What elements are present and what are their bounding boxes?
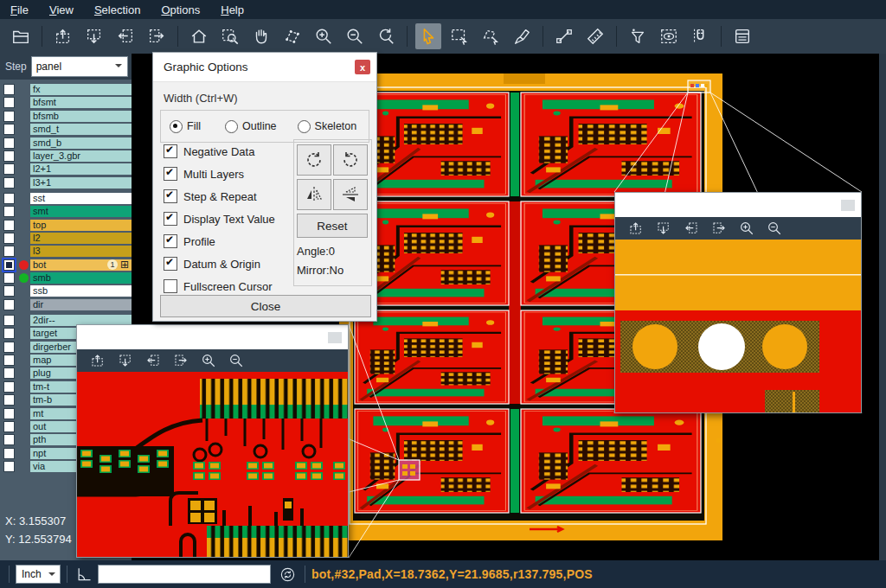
pan-left-icon[interactable] bbox=[143, 351, 164, 370]
layer-visibility-checkbox[interactable] bbox=[3, 193, 15, 204]
layer-row[interactable]: sst bbox=[0, 193, 132, 204]
open-file-icon[interactable] bbox=[8, 23, 34, 49]
layer-visibility-checkbox[interactable] bbox=[3, 461, 15, 472]
layer-name[interactable]: l2 bbox=[30, 233, 132, 244]
rotate-cw-icon[interactable] bbox=[297, 144, 331, 176]
pan-down-icon[interactable] bbox=[653, 219, 674, 238]
layer-name[interactable]: layer_3.gbr bbox=[30, 150, 132, 162]
checkbox-datum-origin[interactable]: Datum & Origin bbox=[164, 257, 260, 271]
pan-right-icon[interactable] bbox=[709, 219, 729, 238]
window-button-icon[interactable] bbox=[328, 332, 342, 343]
select-rectangle-icon[interactable] bbox=[446, 23, 472, 49]
layer-visibility-checkbox[interactable] bbox=[3, 233, 15, 244]
menu-options[interactable]: Options bbox=[151, 2, 210, 18]
radio-fill[interactable]: Fill bbox=[170, 120, 201, 133]
mirror-vertical-icon[interactable] bbox=[333, 179, 368, 210]
layer-visibility-checkbox[interactable] bbox=[3, 448, 15, 459]
zoom-out-icon[interactable] bbox=[226, 351, 247, 370]
pan-left-icon[interactable] bbox=[681, 219, 702, 238]
layer-name[interactable]: bot 1 ⊞ bbox=[30, 259, 132, 271]
layer-visibility-checkbox[interactable] bbox=[3, 246, 15, 257]
magnifier-view[interactable] bbox=[615, 240, 861, 412]
pan-hand-icon[interactable] bbox=[248, 23, 274, 49]
layer-visibility-checkbox[interactable] bbox=[3, 355, 15, 366]
layer-visibility-checkbox[interactable] bbox=[3, 315, 15, 326]
dialog-title-bar[interactable]: Graphic Options x bbox=[153, 53, 376, 82]
layer-visibility-checkbox[interactable] bbox=[3, 408, 15, 419]
snap-magnet-icon[interactable] bbox=[687, 23, 713, 49]
layer-visibility-checkbox[interactable] bbox=[3, 137, 15, 149]
zoom-out-icon[interactable] bbox=[764, 219, 785, 238]
layer-visibility-checkbox[interactable] bbox=[3, 342, 15, 353]
layer-name[interactable]: bfsmt bbox=[30, 97, 132, 108]
layer-row[interactable]: l2+1 bbox=[0, 163, 132, 175]
layer-visibility-checkbox[interactable] bbox=[3, 368, 15, 379]
window-button-icon[interactable] bbox=[841, 200, 855, 211]
pan-down-icon[interactable] bbox=[115, 351, 136, 370]
magnifier-title-bar[interactable] bbox=[615, 193, 861, 217]
layer-visibility-checkbox[interactable] bbox=[3, 285, 15, 297]
angle-measure-icon[interactable] bbox=[74, 564, 94, 585]
magnifier-view[interactable] bbox=[77, 372, 348, 557]
filter-icon[interactable] bbox=[625, 23, 651, 49]
layer-row-bot-selected[interactable]: bot 1 ⊞ bbox=[0, 259, 132, 271]
layer-row-smb[interactable]: smb bbox=[0, 272, 132, 284]
layer-visibility-checkbox[interactable] bbox=[3, 421, 15, 432]
zoom-window-icon[interactable] bbox=[217, 23, 243, 49]
pan-right-icon[interactable] bbox=[144, 23, 170, 49]
menu-view[interactable]: View bbox=[39, 2, 84, 18]
pan-down-icon[interactable] bbox=[81, 23, 107, 49]
layer-name[interactable]: ssb bbox=[30, 285, 132, 297]
layer-name[interactable]: smt bbox=[30, 206, 132, 217]
layer-row[interactable]: smt bbox=[0, 206, 132, 217]
unit-select[interactable]: Inch bbox=[16, 565, 61, 584]
layer-row[interactable]: bfsmt bbox=[0, 97, 132, 108]
checkbox-multi-layers[interactable]: Multi Layers bbox=[164, 167, 244, 181]
sync-icon[interactable] bbox=[276, 564, 299, 585]
mirror-horizontal-icon[interactable] bbox=[297, 179, 331, 210]
layer-visibility-checkbox[interactable] bbox=[3, 97, 15, 108]
layer-name[interactable]: l2+1 bbox=[30, 163, 132, 175]
layer-visibility-checkbox[interactable] bbox=[3, 434, 15, 445]
layer-active-indicator[interactable] bbox=[19, 260, 29, 270]
vertical-scrollbar[interactable] bbox=[879, 54, 886, 560]
layer-name[interactable]: top bbox=[30, 220, 132, 231]
layer-grid-icon[interactable]: ⊞ bbox=[120, 259, 129, 270]
layer-name[interactable]: sst bbox=[30, 193, 132, 204]
zoom-previous-icon[interactable] bbox=[373, 23, 399, 49]
layer-name[interactable]: l3 bbox=[30, 246, 132, 257]
layer-visibility-checkbox[interactable] bbox=[3, 272, 15, 284]
layer-visibility-checkbox[interactable] bbox=[3, 381, 15, 393]
checkbox-fullscreen-cursor[interactable]: Fullscreen Cursor bbox=[164, 279, 273, 293]
layer-name[interactable]: bfsmb bbox=[30, 111, 132, 122]
zoom-in-icon[interactable] bbox=[311, 23, 337, 49]
layer-visibility-checkbox[interactable] bbox=[3, 220, 15, 231]
pan-left-icon[interactable] bbox=[112, 23, 138, 49]
view-window-icon[interactable] bbox=[656, 23, 682, 49]
layer-visibility-checkbox[interactable] bbox=[3, 150, 15, 162]
zoom-out-icon[interactable] bbox=[342, 23, 368, 49]
layer-row[interactable]: l3 bbox=[0, 246, 132, 257]
layer-visibility-checkbox[interactable] bbox=[3, 328, 15, 339]
layer-visibility-checkbox[interactable] bbox=[3, 124, 15, 135]
radio-outline[interactable]: Outline bbox=[225, 120, 277, 133]
pan-right-icon[interactable] bbox=[170, 351, 191, 370]
reset-button[interactable]: Reset bbox=[297, 214, 368, 238]
layer-row[interactable]: fx bbox=[0, 84, 132, 95]
checkbox-negative-data[interactable]: Negative Data bbox=[164, 144, 254, 158]
layer-row[interactable]: smd_t bbox=[0, 124, 132, 135]
layer-active-indicator[interactable] bbox=[19, 273, 29, 283]
layer-row[interactable]: layer_3.gbr bbox=[0, 150, 132, 162]
layer-row[interactable]: l3+1 bbox=[0, 177, 132, 189]
zoom-in-icon[interactable] bbox=[198, 351, 219, 370]
layer-name[interactable]: smb bbox=[30, 272, 132, 284]
pan-up-icon[interactable] bbox=[50, 23, 76, 49]
zoom-home-icon[interactable] bbox=[186, 23, 212, 49]
magnifier-window-top[interactable] bbox=[614, 192, 862, 413]
layer-row[interactable]: smd_b bbox=[0, 137, 132, 149]
layer-row[interactable]: ssb bbox=[0, 285, 132, 297]
measure-distance-icon[interactable] bbox=[551, 23, 577, 49]
layer-name[interactable]: fx bbox=[30, 84, 132, 95]
close-icon[interactable]: x bbox=[355, 60, 370, 74]
layer-visibility-checkbox[interactable] bbox=[3, 111, 15, 122]
